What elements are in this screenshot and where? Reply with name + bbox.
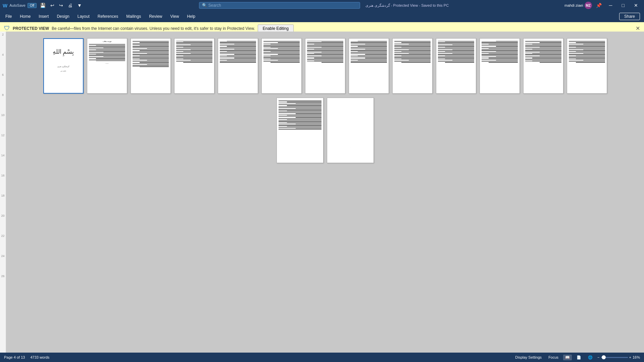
search-box-container[interactable]: 🔍 [199,2,360,9]
menu-review[interactable]: Review [145,12,166,21]
page-9-content [393,39,432,93]
page-thumbnail-11[interactable] [480,38,520,94]
zoom-area: − + 16% [597,355,640,359]
status-bar: Page 4 of 13 4733 words Display Settings… [0,353,644,362]
page-14-content [277,98,323,163]
print-view-button[interactable]: 📄 [575,355,583,360]
ruler-num-6: 6 [0,73,6,83]
main-document-area: بِسْمِ اللهِ گردشگری هنری فاطمه عمر فهرس… [6,32,644,353]
ruler-num-blank1 [0,43,6,53]
page-thumbnail-1[interactable]: بِسْمِ اللهِ گردشگری هنری فاطمه عمر [43,38,84,94]
undo-icon[interactable]: ↩ [49,2,56,9]
customize-icon[interactable]: ▼ [76,2,83,9]
ruler-num-2: 2 [0,33,6,43]
user-name: mahdi ziaei [564,3,583,7]
page-row-1: بِسْمِ اللهِ گردشگری هنری فاطمه عمر فهرس… [43,38,607,94]
page-2-content: فهرست مطالب : صفحه ۱ [87,39,127,93]
page-1-content: بِسْمِ اللهِ گردشگری هنری فاطمه عمر [44,39,83,93]
ruler-num-14: 14 [0,154,6,164]
sidebar-ruler: 2 4 6 8 10 12 14 16 18 20 22 24 26 [0,32,6,353]
ruler-num-16: 16 [0,174,6,184]
page-thumbnail-7[interactable] [305,38,345,94]
zoom-slider[interactable] [601,357,628,358]
title-bar-center: 🔍 گردشگری هنری - Protected View - Saved … [199,2,449,9]
close-protected-view-icon[interactable]: ✕ [636,25,640,32]
page-thumbnail-5[interactable] [218,38,258,94]
protected-view-message: Be careful—files from the Internet can c… [52,26,255,31]
ruler-num-blank2 [0,63,6,73]
menu-file[interactable]: File [1,12,16,21]
ruler-num-blank8 [0,184,6,194]
ruler-num-8: 8 [0,93,6,103]
autosave-toggle[interactable]: Off [28,3,37,8]
page-6-content [262,39,301,93]
search-icon: 🔍 [202,3,207,8]
ruler-num-22: 22 [0,234,6,244]
focus-button[interactable]: Focus [546,355,560,360]
menu-help[interactable]: Help [183,12,199,21]
redo-icon[interactable]: ↪ [58,2,64,9]
print-icon[interactable]: 🖨 [66,2,74,9]
web-view-button[interactable]: 🌐 [586,355,595,360]
search-input[interactable] [208,3,357,8]
title-bar: W AutoSave Off 💾 ↩ ↪ 🖨 ▼ 🔍 گردشگری هنری … [0,0,644,11]
menu-layout[interactable]: Layout [73,12,94,21]
read-view-button[interactable]: 📖 [563,355,572,360]
minimize-button[interactable]: ─ [606,1,616,9]
page-thumbnail-9[interactable] [392,38,433,94]
close-button[interactable]: ✕ [631,1,641,9]
ruler-num-blank3 [0,83,6,93]
menu-design[interactable]: Design [53,12,73,21]
page-4-content [175,39,214,93]
ruler-num-20: 20 [0,214,6,224]
page-thumbnail-10[interactable] [436,38,476,94]
ruler-num-blank7 [0,164,6,174]
page-8-content [349,39,389,93]
ruler-num-blank10 [0,224,6,234]
ruler-num-blank9 [0,204,6,214]
menu-bar: File Home Insert Design Layout Reference… [0,11,644,22]
menu-references[interactable]: References [94,12,122,21]
page-thumbnail-3[interactable] [131,38,171,94]
ruler-num-24: 24 [0,254,6,264]
ribbon-icon[interactable]: 📌 [595,2,603,9]
menu-mailings[interactable]: Mailings [122,12,145,21]
page-7-content [305,39,345,93]
user-avatar[interactable]: MZ [585,2,592,9]
word-count: 4733 words [30,355,49,359]
ruler-num-blank11 [0,244,6,254]
page-15-content: · [327,98,374,163]
doc-title: گردشگری هنری - Protected View - Saved to… [365,3,449,8]
page-thumbnail-15[interactable]: · [327,98,374,163]
autosave-label: AutoSave [9,3,26,7]
share-button[interactable]: Share [619,13,640,20]
page-thumbnail-4[interactable] [174,38,214,94]
restore-button[interactable]: □ [618,1,628,9]
menu-view[interactable]: View [166,12,183,21]
page-thumbnail-8[interactable] [349,38,389,94]
page-11-content [480,39,519,93]
display-settings-button[interactable]: Display Settings [513,355,544,360]
save-icon[interactable]: 💾 [39,2,47,9]
protected-view-title: PROTECTED VIEW [13,26,49,31]
ruler-num-18: 18 [0,194,6,204]
page-12-content [524,39,563,93]
menu-insert[interactable]: Insert [35,12,53,21]
page-thumbnail-13[interactable] [567,38,607,94]
ruler-num-12: 12 [0,134,6,144]
page-thumbnail-6[interactable] [261,38,302,94]
page-10-content [436,39,476,93]
zoom-out-icon[interactable]: − [597,355,599,359]
page-row-2: · [277,98,374,163]
zoom-in-icon[interactable]: + [629,355,631,359]
menu-home[interactable]: Home [16,12,35,21]
page-thumbnail-2[interactable]: فهرست مطالب : صفحه ۱ [87,38,127,94]
page-thumbnail-14[interactable] [277,98,324,163]
page-13-content [567,39,607,93]
page-thumbnail-12[interactable] [523,38,563,94]
zoom-level: 16% [633,355,640,359]
status-bar-right: Display Settings Focus 📖 📄 🌐 − + 16% [513,355,640,360]
title-bar-left: W AutoSave Off 💾 ↩ ↪ 🖨 ▼ [3,2,83,9]
status-bar-left: Page 4 of 13 4733 words [4,355,49,359]
enable-editing-button[interactable]: Enable Editing [258,24,294,33]
